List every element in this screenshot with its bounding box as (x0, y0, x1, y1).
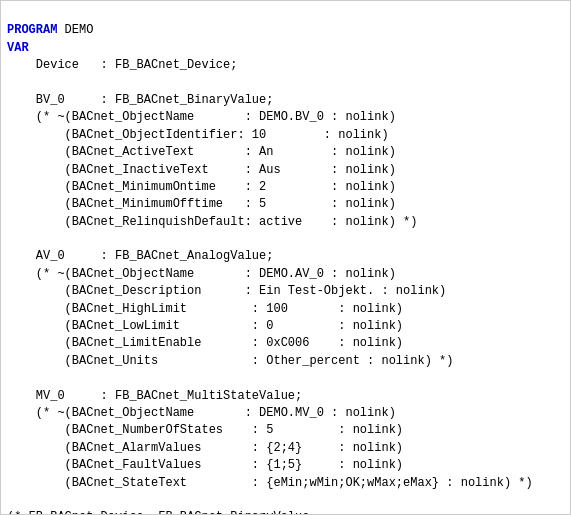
code-editor: PROGRAM DEMO VAR Device : FB_BACnet_Devi… (0, 0, 571, 515)
mv0-attr-faultvalues: (BACnet_FaultValues : {1;5} : nolink) (7, 458, 403, 472)
av0-attr-highlimit: (BACnet_HighLimit : 100 : nolink) (7, 302, 403, 316)
av0-attr-description: (BACnet_Description : Ein Test-Objekt. :… (7, 284, 446, 298)
av0-attr-lowlimit: (BACnet_LowLimit : 0 : nolink) (7, 319, 403, 333)
mv0-attr-numberofstates: (BACnet_NumberOfStates : 5 : nolink) (7, 423, 403, 437)
bv0-attr-inactivetext: (BACnet_InactiveText : Aus : nolink) (7, 163, 396, 177)
av0-declaration: AV_0 : FB_BACnet_AnalogValue; (7, 249, 273, 263)
keyword-program: PROGRAM (7, 23, 57, 37)
bv0-declaration: BV_0 : FB_BACnet_BinaryValue; (7, 93, 273, 107)
av0-attr-limitenable: (BACnet_LimitEnable : 0xC006 : nolink) (7, 336, 403, 350)
av0-attr-objectname: (* ~(BACnet_ObjectName : DEMO.AV_0 : nol… (7, 267, 396, 281)
bv0-attr-minimumontime: (BACnet_MinimumOntime : 2 : nolink) (7, 180, 396, 194)
bv0-attr-objectidentifier: (BACnet_ObjectIdentifier: 10 : nolink) (7, 128, 389, 142)
mv0-attr-objectname: (* ~(BACnet_ObjectName : DEMO.MV_0 : nol… (7, 406, 396, 420)
device-declaration: Device : FB_BACnet_Device; (7, 58, 237, 72)
bv0-attr-relinquishdefault: (BACnet_RelinquishDefault: active : noli… (7, 215, 417, 229)
bv0-attr-objectname: (* ~(BACnet_ObjectName : DEMO.BV_0 : nol… (7, 110, 396, 124)
mv0-attr-statetext: (BACnet_StateText : {eMin;wMin;OK;wMax;e… (7, 476, 533, 490)
footer-comment-line1: (* FB_BACnet_Device, FB_BACnet_BinaryVal… (7, 510, 317, 515)
mv0-attr-alarmvalues: (BACnet_AlarmValues : {2;4} : nolink) (7, 441, 403, 455)
bv0-attr-activetext: (BACnet_ActiveText : An : nolink) (7, 145, 396, 159)
program-name: DEMO (57, 23, 93, 37)
av0-attr-units: (BACnet_Units : Other_percent : nolink) … (7, 354, 453, 368)
mv0-declaration: MV_0 : FB_BACnet_MultiStateValue; (7, 389, 302, 403)
keyword-var: VAR (7, 41, 29, 55)
bv0-attr-minimumofftime: (BACnet_MinimumOfftime : 5 : nolink) (7, 197, 396, 211)
